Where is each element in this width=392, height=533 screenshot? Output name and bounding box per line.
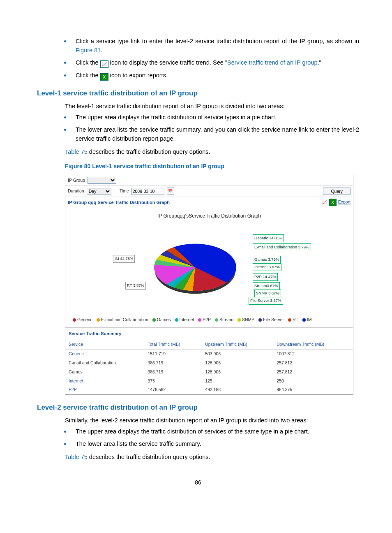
inline-link[interactable]: Figure 81 bbox=[76, 47, 101, 53]
value-cell: 375 bbox=[144, 377, 202, 386]
value-cell: 250 bbox=[273, 377, 353, 386]
value-cell: 386.719 bbox=[144, 359, 202, 368]
value-cell: 492.188 bbox=[202, 385, 273, 394]
query-row: IP Group bbox=[65, 175, 353, 186]
table-header: Downstream Traffic (MB) bbox=[273, 340, 353, 350]
top-bullet-1: Click the 📈 icon to display the service … bbox=[62, 58, 359, 68]
value-cell: 503.906 bbox=[202, 350, 273, 359]
service-cell[interactable]: Generic bbox=[65, 350, 144, 359]
section2-heading: Level-2 service traffic distribution of … bbox=[37, 402, 359, 413]
section1-intro: The level-1 service traffic distribution… bbox=[65, 102, 359, 111]
legend-item: Internet bbox=[175, 317, 194, 323]
pie-chart: IM 44.78% RT 3.87% Generic 14.81% E-mail… bbox=[68, 222, 350, 313]
value-cell: 1007.812 bbox=[273, 350, 353, 359]
chart-area: IP Groupqqq'sService Traffic Distributio… bbox=[65, 208, 353, 327]
query-button[interactable]: Query bbox=[323, 188, 350, 195]
service-cell: E-mail and Collaboration bbox=[65, 359, 144, 368]
table75-link-2[interactable]: Table 75 bbox=[65, 454, 88, 460]
top-bullet-2: Click the X icon to export reports. bbox=[62, 71, 359, 81]
date-input[interactable] bbox=[131, 188, 164, 195]
query-row-2: Duration Day Time 📅 Query bbox=[65, 186, 353, 197]
sec2-bullet-2: The lower area lists the service traffic… bbox=[62, 440, 359, 449]
sec2-table-ref: Table 75 describes the traffic distribut… bbox=[65, 453, 359, 462]
inline-link[interactable]: Service traffic trend of an IP group bbox=[227, 59, 318, 66]
table-row: Games386.719128.906257.812 bbox=[65, 368, 353, 377]
trend-icon[interactable]: 📈 bbox=[321, 199, 327, 206]
duration-select[interactable]: Day bbox=[87, 188, 111, 195]
duration-label: Duration bbox=[68, 188, 84, 195]
graph-header: IP Group qqq Service Traffic Distributio… bbox=[65, 197, 353, 208]
value-cell: 128.906 bbox=[202, 368, 273, 377]
table-row: Internet375125250 bbox=[65, 377, 353, 386]
table-row: Generic1511.719503.9061007.812 bbox=[65, 350, 353, 359]
table-header: Total Traffic (MB) bbox=[144, 340, 202, 350]
callout-snmp: SNMP 3.67% bbox=[254, 290, 281, 297]
table75-link[interactable]: Table 75 bbox=[65, 148, 88, 155]
calendar-icon[interactable]: 📅 bbox=[167, 188, 174, 195]
excel-icon[interactable]: X bbox=[329, 199, 337, 206]
legend-item: P2P bbox=[198, 317, 211, 323]
legend-item: Generic bbox=[73, 317, 92, 323]
sec1-table-ref: Table 75 describes the traffic distribut… bbox=[65, 148, 359, 157]
value-cell: 1476.562 bbox=[144, 385, 202, 394]
callout-p2p: P2P 14.47% bbox=[253, 273, 278, 280]
legend-item: Stream bbox=[215, 317, 233, 323]
value-cell: 257.812 bbox=[273, 368, 353, 377]
service-cell[interactable]: P2P bbox=[65, 385, 144, 394]
table-header: Service bbox=[65, 340, 144, 350]
service-cell[interactable]: Internet bbox=[65, 377, 144, 386]
value-cell: 128.906 bbox=[202, 359, 273, 368]
callout-im: IM 44.78% bbox=[113, 255, 135, 262]
legend-item: File Server bbox=[258, 317, 284, 323]
sec2-bullet-1: The upper area displays the traffic dist… bbox=[62, 427, 359, 436]
legend-item: IM bbox=[302, 317, 312, 323]
graph-header-title: IP Group qqq Service Traffic Distributio… bbox=[68, 199, 170, 206]
service-cell: Games bbox=[65, 368, 144, 377]
sec1-bullet-2: The lower area lists the service traffic… bbox=[62, 125, 359, 144]
value-cell: 984.375 bbox=[273, 385, 353, 394]
excel-icon: X bbox=[100, 73, 108, 81]
ipgroup-select[interactable] bbox=[88, 177, 116, 184]
value-cell: 386.719 bbox=[144, 368, 202, 377]
value-cell: 257.812 bbox=[273, 359, 353, 368]
page-number: 86 bbox=[37, 478, 359, 487]
legend-item: SNMP bbox=[238, 317, 254, 323]
callout-fileserver: File Server 3.67% bbox=[249, 297, 283, 304]
table-header: Upstream Traffic (MB) bbox=[202, 340, 273, 350]
trend-icon: 📈 bbox=[100, 60, 108, 68]
callout-generic: Generic 14.81% bbox=[253, 234, 284, 242]
figure-screenshot: IP Group Duration Day Time 📅 Query IP Gr… bbox=[65, 175, 353, 395]
table-row: P2P1476.562492.188984.375 bbox=[65, 385, 353, 394]
legend-item: E-mail and Collaboration bbox=[97, 317, 148, 323]
callout-games: Games 3.79% bbox=[253, 256, 281, 263]
chart-legend: GenericE-mail and CollaborationGamesInte… bbox=[73, 317, 346, 323]
chart-title: IP Groupqqq'sService Traffic Distributio… bbox=[68, 212, 350, 220]
figure-caption: Figure 80 Level-1 service traffic distri… bbox=[65, 162, 359, 171]
callout-rt: RT 3.87% bbox=[125, 282, 146, 289]
ipgroup-label: IP Group bbox=[68, 177, 85, 184]
callout-internet: Internet 3.67% bbox=[253, 263, 281, 271]
callout-stream: Stream3.67% bbox=[253, 282, 280, 290]
summary-table: ServiceTotal Traffic (MB)Upstream Traffi… bbox=[65, 340, 353, 395]
callout-email: E-mail and Collaboration 3.79% bbox=[253, 243, 311, 251]
top-bullet-0: Click a service type link to enter the l… bbox=[62, 37, 359, 55]
table-row: E-mail and Collaboration386.719128.90625… bbox=[65, 359, 353, 368]
value-cell: 125 bbox=[202, 377, 273, 386]
legend-item: Games bbox=[152, 317, 171, 323]
export-link[interactable]: Export bbox=[338, 199, 350, 206]
section1-heading: Level-1 service traffic distribution of … bbox=[37, 88, 359, 99]
time-label: Time bbox=[120, 188, 129, 195]
section2-intro: Similarly, the level-2 service traffic d… bbox=[65, 416, 359, 425]
sec1-bullet-1: The upper area displays the traffic dist… bbox=[62, 113, 359, 122]
summary-title: Service Traffic Summary bbox=[65, 327, 353, 340]
legend-item: RT bbox=[288, 317, 298, 323]
value-cell: 1511.719 bbox=[144, 350, 202, 359]
